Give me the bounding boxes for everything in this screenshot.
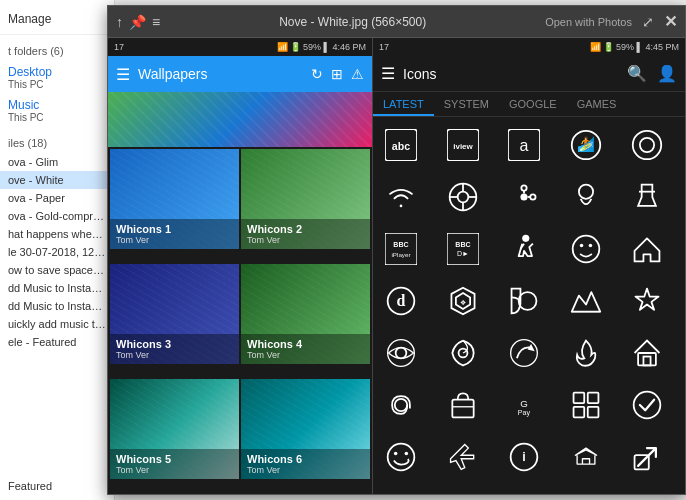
tab-latest[interactable]: LATEST <box>373 92 434 116</box>
tile-label-4: Whicons 4 Tom Ver <box>241 334 370 364</box>
icon-cell-20[interactable] <box>377 329 425 377</box>
file-item-4[interactable]: hat happens when you <box>0 225 114 243</box>
file-item-6[interactable]: ow to save space on An <box>0 261 114 279</box>
icon-cell-25[interactable] <box>377 381 425 429</box>
wallpapers-hamburger-icon[interactable]: ☰ <box>116 65 130 84</box>
tile-author-6: Tom Ver <box>247 465 364 475</box>
icon-cell-22[interactable] <box>500 329 548 377</box>
wallpaper-tile-1[interactable]: Whicons 1 Tom Ver <box>110 149 239 249</box>
wallpaper-tile-6[interactable]: Whicons 6 Tom Ver <box>241 379 370 479</box>
file-item-7[interactable]: dd Music to Instagram S <box>0 279 114 297</box>
icon-cell-17[interactable] <box>500 277 548 325</box>
icon-cell-2[interactable]: a <box>500 121 548 169</box>
icon-cell-15[interactable]: d <box>377 277 425 325</box>
icon-cell-11[interactable]: BBCD► <box>439 225 487 273</box>
icon-cell-8[interactable] <box>562 173 610 221</box>
file-item-0[interactable]: ova - Glim <box>0 153 114 171</box>
wallpapers-status-right: 📶 🔋 59% ▌ 4:46 PM <box>277 42 366 52</box>
wallpapers-header-icons: ↻ ⊞ ⚠ <box>311 66 364 82</box>
icon-cell-30[interactable] <box>377 433 425 481</box>
icons-profile-icon[interactable]: 👤 <box>657 64 677 83</box>
close-icon[interactable]: ✕ <box>664 12 677 31</box>
icons-panel: 17 📶 🔋 59% ▌ 4:45 PM ☰ Icons 🔍 👤 LATEST <box>373 38 685 494</box>
icon-shape-23 <box>568 335 604 371</box>
wallpapers-refresh-icon[interactable]: ↻ <box>311 66 323 82</box>
icon-cell-33[interactable] <box>562 433 610 481</box>
sidebar-item-music[interactable]: Music This PC <box>0 94 114 127</box>
icon-cell-1[interactable]: iview <box>439 121 487 169</box>
icon-cell-21[interactable] <box>439 329 487 377</box>
icon-cell-19[interactable] <box>623 277 671 325</box>
icon-cell-4[interactable] <box>623 121 671 169</box>
icon-shape-29 <box>629 387 665 423</box>
wallpaper-tile-4[interactable]: Whicons 4 Tom Ver <box>241 264 370 364</box>
icon-cell-12[interactable] <box>500 225 548 273</box>
wallpaper-tile-2[interactable]: Whicons 2 Tom Ver <box>241 149 370 249</box>
files-section-title: iles (18) <box>0 133 114 153</box>
icon-cell-10[interactable]: BBCiPlayer <box>377 225 425 273</box>
tab-system[interactable]: SYSTEM <box>434 92 499 116</box>
icon-shape-30 <box>383 439 419 475</box>
expand-icon[interactable]: ⤢ <box>642 14 654 30</box>
wallpaper-tile-5[interactable]: Whicons 5 Tom Ver <box>110 379 239 479</box>
icon-cell-6[interactable] <box>439 173 487 221</box>
tile-label-5: Whicons 5 Tom Ver <box>110 449 239 479</box>
icon-shape-18 <box>568 283 604 319</box>
icon-cell-13[interactable] <box>562 225 610 273</box>
icon-cell-18[interactable] <box>562 277 610 325</box>
svg-point-17 <box>522 185 527 190</box>
file-item-3[interactable]: ova - Gold-compressed <box>0 207 114 225</box>
icon-cell-26[interactable] <box>439 381 487 429</box>
folders-section-title: t folders (6) <box>0 41 114 61</box>
file-item-5[interactable]: le 30-07-2018, 12 05 00 <box>0 243 114 261</box>
tab-games[interactable]: GAMES <box>567 92 627 116</box>
icon-cell-9[interactable] <box>623 173 671 221</box>
icon-cell-34[interactable] <box>623 433 671 481</box>
icon-cell-0[interactable]: abc <box>377 121 425 169</box>
sidebar-item-desktop[interactable]: Desktop This PC <box>0 61 114 94</box>
file-item-2[interactable]: ova - Paper <box>0 189 114 207</box>
wallpapers-app-header: ☰ Wallpapers ↻ ⊞ ⚠ <box>108 56 372 92</box>
wallpaper-tile-3[interactable]: Whicons 3 Tom Ver <box>110 264 239 364</box>
icon-cell-27[interactable]: GPay <box>500 381 548 429</box>
icon-cell-23[interactable] <box>562 329 610 377</box>
wallpapers-grid-icon[interactable]: ⊞ <box>331 66 343 82</box>
icons-hamburger-icon[interactable]: ☰ <box>381 64 395 83</box>
svg-text:D►: D► <box>457 250 469 258</box>
tile-name-4: Whicons 4 <box>247 338 364 350</box>
icon-cell-31[interactable] <box>439 433 487 481</box>
sidebar-manage: Manage <box>0 8 114 35</box>
svg-point-30 <box>572 236 599 263</box>
file-item-9[interactable]: uickly add music to Inst <box>0 315 114 333</box>
icon-cell-32[interactable]: i <box>500 433 548 481</box>
svg-point-56 <box>388 444 415 471</box>
icons-search-icon[interactable]: 🔍 <box>627 64 647 83</box>
svg-text:abc: abc <box>392 140 410 152</box>
icon-shape-8 <box>568 179 604 215</box>
open-with-photos-action[interactable]: Open with Photos <box>545 16 632 28</box>
list-icon[interactable]: ≡ <box>152 14 160 30</box>
icon-cell-24[interactable] <box>623 329 671 377</box>
icon-cell-14[interactable] <box>623 225 671 273</box>
desktop-folder-name: Desktop <box>8 65 106 79</box>
svg-point-31 <box>580 244 584 248</box>
svg-rect-45 <box>644 357 651 366</box>
back-icon[interactable]: ↑ <box>116 14 123 30</box>
file-item-1[interactable]: ove - White <box>0 171 114 189</box>
icon-cell-7[interactable] <box>500 173 548 221</box>
icons-status-bar: 17 📶 🔋 59% ▌ 4:45 PM <box>373 38 685 56</box>
tab-google[interactable]: GOOGLE <box>499 92 567 116</box>
pin-icon[interactable]: 📌 <box>129 14 146 30</box>
icon-shape-24 <box>629 335 665 371</box>
file-item-8[interactable]: dd Music to Instagram S <box>0 297 114 315</box>
icon-cell-5[interactable] <box>377 173 425 221</box>
file-item-10[interactable]: ele - Featured <box>0 333 114 351</box>
icons-status-icons: 📶 🔋 <box>590 42 615 52</box>
icon-cell-3[interactable]: 🏄 <box>562 121 610 169</box>
icon-cell-29[interactable] <box>623 381 671 429</box>
wallpapers-alert-icon[interactable]: ⚠ <box>351 66 364 82</box>
icon-cell-28[interactable] <box>562 381 610 429</box>
icon-cell-16[interactable]: ❖ <box>439 277 487 325</box>
svg-text:BBC: BBC <box>455 241 470 249</box>
svg-point-19 <box>530 194 535 199</box>
